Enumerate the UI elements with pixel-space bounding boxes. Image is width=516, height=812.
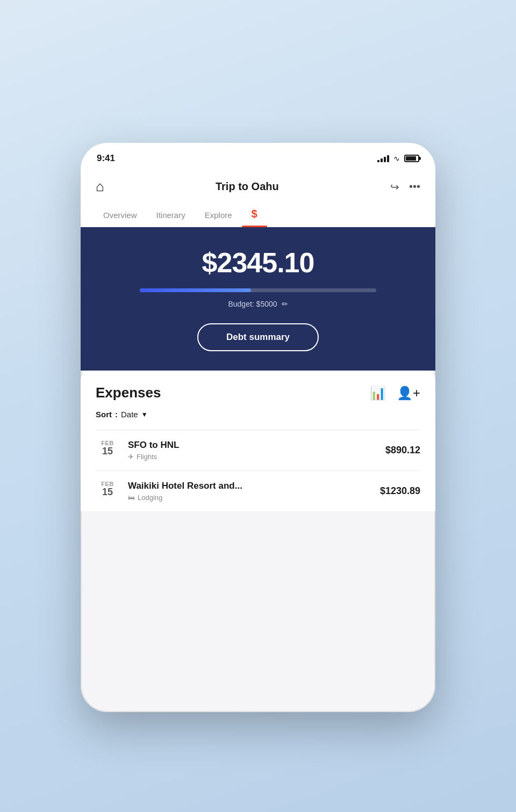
expense-day-1: 15 <box>102 446 113 457</box>
status-bar: 9:41 ∿ <box>81 143 435 171</box>
phone-frame: 9:41 ∿ ⌂ Trip to Oahu ↪ ••• Overview Iti… <box>81 143 435 712</box>
status-time: 9:41 <box>97 153 115 164</box>
edit-icon[interactable]: ✏ <box>282 300 288 308</box>
expenses-title: Expenses <box>96 385 161 401</box>
tab-overview[interactable]: Overview <box>94 203 147 226</box>
wifi-icon: ∿ <box>393 154 400 163</box>
budget-label-text: Budget: $5000 <box>228 300 277 308</box>
signal-bars-icon <box>377 155 389 162</box>
lodging-icon: 🛏 <box>128 494 135 502</box>
status-icons: ∿ <box>377 154 419 163</box>
expense-date-2: FEB 15 <box>96 481 119 498</box>
sort-colon: : <box>115 410 118 419</box>
sort-chevron-icon[interactable]: ▼ <box>141 411 148 418</box>
expenses-action-icons: 📊 👤+ <box>370 386 420 401</box>
expense-amount-2: $1230.89 <box>380 485 420 497</box>
budget-amount: $2345.10 <box>202 247 314 279</box>
progress-bar-fill <box>140 288 251 292</box>
expense-item-2[interactable]: FEB 15 Waikiki Hotel Resort and... 🛏 Lod… <box>96 470 420 511</box>
flights-icon: ✈ <box>128 453 134 461</box>
expense-info-1: SFO to HNL ✈ Flights <box>128 440 385 461</box>
debt-summary-button[interactable]: Debt summary <box>197 323 319 351</box>
battery-icon <box>404 155 419 162</box>
expense-name-2: Waikiki Hotel Resort and... <box>128 481 380 491</box>
expense-amount-1: $890.12 <box>385 445 420 456</box>
expense-category-label-2: Lodging <box>138 494 162 502</box>
nav-actions: ↪ ••• <box>390 180 420 193</box>
nav-title: Trip to Oahu <box>216 180 279 193</box>
tab-itinerary[interactable]: Itinerary <box>147 203 195 226</box>
nav-bar: ⌂ Trip to Oahu ↪ ••• <box>81 171 435 202</box>
budget-label: Budget: $5000 ✏ <box>228 300 288 308</box>
tab-dollar[interactable]: $ <box>242 202 267 227</box>
expense-day-2: 15 <box>102 487 113 498</box>
chart-icon[interactable]: 📊 <box>370 386 386 401</box>
share-icon[interactable]: ↪ <box>390 180 399 193</box>
more-options-icon[interactable]: ••• <box>409 180 420 193</box>
tabs-bar: Overview Itinerary Explore $ <box>81 202 435 227</box>
expense-category-2: 🛏 Lodging <box>128 494 380 502</box>
budget-section: $2345.10 Budget: $5000 ✏ Debt summary <box>81 227 435 371</box>
expense-item-1[interactable]: FEB 15 SFO to HNL ✈ Flights $890.12 <box>96 430 420 470</box>
expense-info-2: Waikiki Hotel Resort and... 🛏 Lodging <box>128 481 380 502</box>
home-icon[interactable]: ⌂ <box>96 178 104 195</box>
add-person-icon[interactable]: 👤+ <box>397 386 420 401</box>
progress-bar-container <box>140 288 376 292</box>
expense-category-1: ✈ Flights <box>128 453 385 461</box>
expense-date-1: FEB 15 <box>96 440 119 457</box>
expenses-section: Expenses 📊 👤+ Sort : Date ▼ FEB 15 SFO t… <box>81 371 435 511</box>
sort-value[interactable]: Date <box>121 410 138 419</box>
sort-row: Sort : Date ▼ <box>96 410 420 419</box>
tab-explore[interactable]: Explore <box>195 203 242 226</box>
expense-category-label-1: Flights <box>137 453 157 461</box>
expenses-header: Expenses 📊 👤+ <box>96 385 420 401</box>
expense-name-1: SFO to HNL <box>128 440 385 451</box>
sort-label: Sort <box>96 410 112 419</box>
